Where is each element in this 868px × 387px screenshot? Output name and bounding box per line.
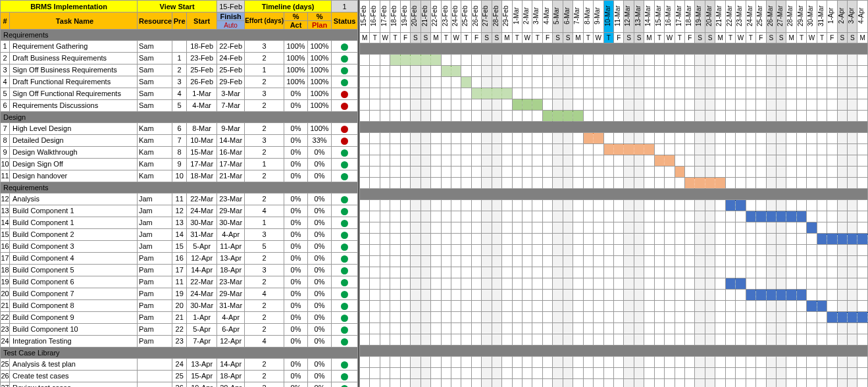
gantt-cell[interactable] (685, 234, 695, 245)
gantt-cell[interactable] (746, 267, 755, 278)
gantt-cell[interactable] (421, 99, 430, 111)
gantt-cell[interactable] (451, 99, 461, 111)
gantt-cell[interactable] (675, 256, 684, 267)
gantt-cell[interactable] (542, 222, 552, 234)
gantt-cell[interactable] (827, 267, 837, 278)
gantt-cell[interactable] (451, 144, 461, 155)
gantt-cell[interactable] (766, 200, 776, 211)
gantt-cell[interactable] (400, 167, 410, 178)
gantt-cell[interactable] (380, 167, 390, 178)
task-name[interactable]: Create test cases (10, 371, 138, 382)
gantt-cell[interactable] (807, 357, 817, 368)
gantt-cell[interactable] (482, 167, 492, 178)
gantt-cell[interactable] (746, 178, 755, 189)
task-pre[interactable] (172, 41, 187, 53)
task-effort[interactable]: 3 (245, 265, 284, 276)
gantt-cell[interactable] (665, 267, 675, 278)
gantt-cell[interactable] (542, 334, 552, 346)
gantt-cell[interactable] (523, 267, 532, 278)
gantt-cell[interactable] (766, 234, 776, 245)
gantt-cell[interactable] (563, 133, 573, 144)
gantt-cell[interactable] (512, 55, 522, 66)
gantt-cell[interactable] (644, 66, 654, 77)
gantt-cell[interactable] (411, 290, 421, 301)
gantt-cell[interactable] (776, 278, 786, 290)
gantt-cell[interactable] (451, 178, 461, 189)
gantt-cell[interactable] (613, 200, 623, 211)
gantt-cell[interactable] (725, 368, 735, 379)
gantt-cell[interactable] (370, 323, 380, 334)
gantt-cell[interactable] (725, 178, 735, 189)
gantt-cell[interactable] (573, 211, 583, 222)
gantt-cell[interactable] (563, 77, 573, 88)
task-pre[interactable]: 15 (172, 241, 187, 253)
gantt-cell[interactable] (461, 99, 471, 111)
gantt-cell[interactable] (370, 245, 380, 256)
gantt-cell[interactable] (654, 379, 664, 388)
gantt-cell[interactable] (502, 77, 512, 88)
gantt-cell[interactable] (665, 88, 675, 99)
gantt-cell[interactable] (583, 66, 593, 77)
gantt-cell[interactable] (400, 144, 410, 155)
gantt-cell[interactable] (613, 167, 623, 178)
gantt-cell[interactable] (756, 66, 766, 77)
gantt-cell[interactable] (512, 66, 522, 77)
gantt-cell[interactable] (634, 301, 644, 312)
gantt-cell[interactable] (523, 178, 532, 189)
gantt-cell[interactable] (573, 99, 583, 111)
gantt-cell[interactable] (665, 211, 675, 222)
gantt-cell[interactable] (441, 222, 451, 234)
gantt-cell[interactable] (492, 357, 501, 368)
gantt-cell[interactable] (421, 368, 430, 379)
gantt-cell[interactable] (613, 334, 623, 346)
gantt-cell[interactable] (553, 234, 563, 245)
gantt-cell[interactable] (441, 178, 451, 189)
gantt-cell[interactable] (502, 211, 512, 222)
gantt-cell[interactable] (736, 99, 746, 111)
task-name[interactable]: Build Component 5 (10, 265, 138, 276)
gantt-cell[interactable] (634, 111, 644, 122)
gantt-cell[interactable] (736, 256, 746, 267)
gantt-cell[interactable] (603, 55, 613, 66)
task-pre[interactable]: 8 (172, 147, 187, 159)
gantt-cell[interactable] (461, 200, 471, 211)
gantt-cell[interactable] (532, 267, 542, 278)
gantt-cell[interactable] (390, 178, 400, 189)
gantt-cell[interactable] (441, 278, 451, 290)
gantt-cell[interactable] (807, 290, 817, 301)
gantt-cell[interactable] (746, 144, 755, 155)
task-row[interactable]: 15 Build Component 2 Jam 14 31-Mar 4-Apr… (1, 229, 358, 241)
gantt-cell[interactable] (482, 200, 492, 211)
gantt-cell[interactable] (746, 211, 755, 222)
task-name[interactable]: Build Component 1 (10, 217, 138, 229)
gantt-cell[interactable] (817, 111, 827, 122)
gantt-cell[interactable] (431, 167, 441, 178)
gantt-cell[interactable] (736, 144, 746, 155)
gantt-cell[interactable] (827, 222, 837, 234)
gantt-cell[interactable] (817, 290, 827, 301)
gantt-cell[interactable] (756, 245, 766, 256)
gantt-cell[interactable] (411, 368, 421, 379)
gantt-cell[interactable] (796, 55, 806, 66)
gantt-cell[interactable] (796, 290, 806, 301)
gantt-cell[interactable] (848, 200, 857, 211)
gantt-cell[interactable] (685, 144, 695, 155)
gantt-cell[interactable] (603, 245, 613, 256)
gantt-cell[interactable] (624, 278, 634, 290)
gantt-cell[interactable] (665, 379, 675, 388)
task-pre[interactable]: 12 (172, 205, 187, 217)
gantt-cell[interactable] (512, 178, 522, 189)
gantt-cell[interactable] (613, 290, 623, 301)
gantt-cell[interactable] (807, 99, 817, 111)
gantt-cell[interactable] (827, 167, 837, 178)
gantt-cell[interactable] (715, 144, 725, 155)
task-pre[interactable]: 11 (172, 276, 187, 288)
gantt-cell[interactable] (421, 144, 430, 155)
gantt-cell[interactable] (370, 66, 380, 77)
gantt-cell[interactable] (817, 323, 827, 334)
gantt-cell[interactable] (512, 222, 522, 234)
gantt-cell[interactable] (644, 267, 654, 278)
gantt-cell[interactable] (624, 155, 634, 167)
gantt-cell[interactable] (766, 357, 776, 368)
task-start[interactable]: 24-Mar (187, 288, 217, 300)
